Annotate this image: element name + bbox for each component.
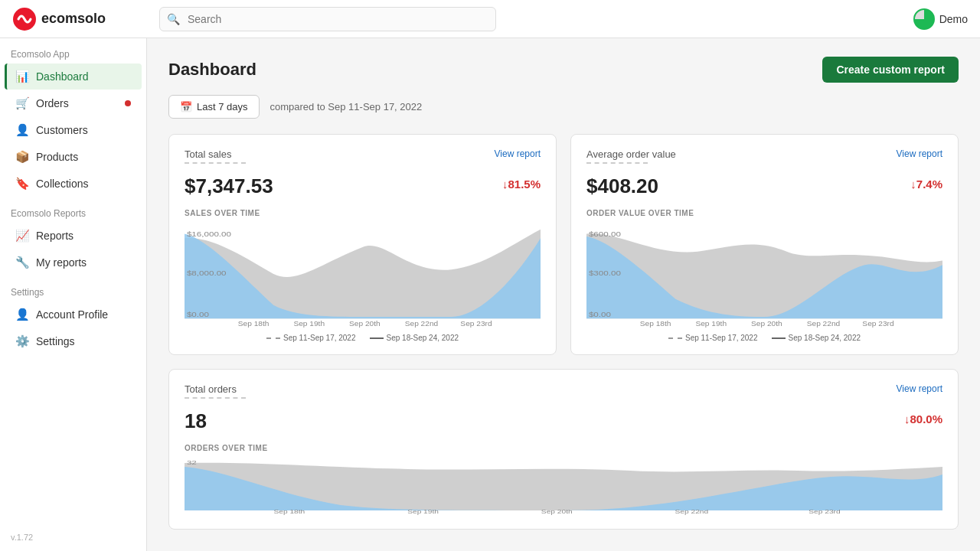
total-sales-chart-label: SALES OVER TIME	[185, 209, 541, 217]
version-label: v.1.72	[11, 533, 33, 542]
avg-legend2-label: Sep 18-Sep 24, 2022	[789, 334, 861, 342]
sidebar-section-settings-label: Settings	[0, 276, 146, 301]
svg-text:$16,000.00: $16,000.00	[187, 230, 231, 238]
search-input[interactable]	[159, 7, 496, 31]
total-sales-value: $7,347.53	[185, 174, 273, 198]
total-sales-legend: Sep 11-Sep 17, 2022 Sep 18-Sep 24, 2022	[185, 334, 541, 342]
total-orders-chart: 32 Sep 18th Sep 19th Sep 20th Sep 22nd S…	[185, 455, 942, 517]
total-sales-title: Total sales	[185, 148, 246, 160]
sidebar-item-collections[interactable]: 🔖 Collections	[5, 171, 142, 197]
sidebar-item-account-profile[interactable]: 👤 Account Profile	[5, 302, 142, 328]
orders-icon: 🛒	[15, 96, 29, 110]
svg-text:Sep 23rd: Sep 23rd	[862, 321, 893, 328]
account-icon: 👤	[15, 308, 29, 321]
svg-text:Sep 18th: Sep 18th	[640, 321, 671, 328]
svg-text:$8,000.00: $8,000.00	[187, 269, 227, 277]
compared-text: compared to Sep 11-Sep 17, 2022	[270, 101, 423, 112]
sidebar-item-reports[interactable]: 📈 Reports	[5, 223, 142, 249]
customers-icon: 👤	[15, 123, 29, 137]
total-sales-change: ↓81.5%	[502, 178, 541, 191]
svg-text:Sep 20th: Sep 20th	[349, 321, 381, 328]
total-orders-view-report[interactable]: View report	[897, 383, 942, 394]
topbar: ecomsolo 🔍 Demo	[0, 0, 980, 38]
search-bar[interactable]: 🔍	[159, 7, 496, 31]
logo-icon	[12, 7, 37, 31]
avg-order-legend: Sep 11-Sep 17, 2022 Sep 18-Sep 24, 2022	[586, 334, 942, 342]
avg-order-value: $408.20	[586, 174, 658, 198]
sidebar-label-customers: Customers	[36, 124, 88, 136]
legend-solid-icon2	[772, 337, 786, 339]
svg-text:$0.00: $0.00	[187, 310, 209, 318]
metric-cards-row: Total sales View report $7,347.53 ↓81.5%…	[168, 134, 959, 355]
sidebar-label-my-reports: My reports	[36, 256, 87, 269]
sidebar-label-collections: Collections	[36, 178, 88, 190]
svg-text:Sep 19th: Sep 19th	[407, 509, 439, 515]
sidebar-item-orders[interactable]: 🛒 Orders	[5, 90, 142, 116]
svg-text:$0.00: $0.00	[589, 310, 611, 318]
main-content: Dashboard Create custom report 📅 Last 7 …	[147, 38, 980, 551]
sidebar-label-reports: Reports	[36, 230, 74, 242]
svg-text:Sep 22nd: Sep 22nd	[405, 321, 439, 328]
total-orders-title: Total orders	[185, 383, 246, 395]
sidebar-label-account-profile: Account Profile	[36, 308, 108, 321]
page-header: Dashboard Create custom report	[168, 57, 959, 83]
user-menu[interactable]: Demo	[913, 8, 968, 30]
legend-dashed-icon	[266, 337, 280, 339]
sidebar-section-app: Ecomsolo App 📊 Dashboard 🛒 Orders 👤 Cust…	[0, 38, 146, 197]
sidebar-label-settings: Settings	[36, 335, 75, 347]
avg-order-title: Average order value	[586, 148, 676, 160]
page-title: Dashboard	[168, 60, 256, 80]
logo: ecomsolo	[12, 7, 150, 31]
total-orders-card: Total orders View report 18 ↓80.0% ORDER…	[168, 369, 959, 530]
topbar-right: Demo	[913, 8, 968, 30]
sidebar: Ecomsolo App 📊 Dashboard 🛒 Orders 👤 Cust…	[0, 38, 147, 551]
svg-text:Sep 23rd: Sep 23rd	[460, 321, 492, 328]
total-sales-underline	[185, 162, 246, 164]
total-orders-value: 18	[185, 409, 207, 433]
sidebar-item-my-reports[interactable]: 🔧 My reports	[5, 249, 142, 276]
svg-text:Sep 18th: Sep 18th	[238, 321, 270, 328]
avg-order-view-report[interactable]: View report	[897, 148, 942, 159]
sidebar-footer: v.1.72	[0, 523, 146, 551]
avg-legend1-label: Sep 11-Sep 17, 2022	[685, 334, 758, 342]
reports-icon: 📈	[15, 229, 29, 243]
svg-text:Sep 23rd: Sep 23rd	[808, 509, 840, 515]
svg-text:Sep 20th: Sep 20th	[541, 509, 573, 515]
svg-text:Sep 22nd: Sep 22nd	[675, 509, 709, 515]
avg-order-chart: $600.00 $300.00 $0.00 Sep 18th Sep 19th …	[586, 220, 942, 328]
sidebar-item-settings[interactable]: ⚙️ Settings	[5, 328, 142, 354]
avg-order-header: Average order value View report	[586, 148, 942, 164]
total-sales-view-report[interactable]: View report	[495, 148, 541, 159]
total-orders-chart-label: ORDERS OVER TIME	[185, 444, 942, 452]
svg-text:Sep 19th: Sep 19th	[293, 321, 325, 328]
app-body: Ecomsolo App 📊 Dashboard 🛒 Orders 👤 Cust…	[0, 38, 980, 551]
sidebar-item-dashboard[interactable]: 📊 Dashboard	[5, 64, 142, 90]
logo-text: ecomsolo	[41, 11, 106, 27]
total-sales-card: Total sales View report $7,347.53 ↓81.5%…	[168, 134, 557, 355]
date-filter-row: 📅 Last 7 days compared to Sep 11-Sep 17,…	[168, 95, 959, 119]
total-sales-chart: $16,000.00 $8,000.00 $0.00 Sep 18th Sep …	[185, 220, 541, 328]
create-custom-report-button[interactable]: Create custom report	[822, 57, 959, 83]
sidebar-label-orders: Orders	[36, 97, 69, 109]
total-orders-change: ↓80.0%	[904, 412, 942, 425]
svg-text:$300.00: $300.00	[589, 269, 621, 277]
products-icon: 📦	[15, 150, 29, 164]
total-orders-underline	[185, 397, 246, 399]
date-range-button[interactable]: 📅 Last 7 days	[168, 95, 260, 119]
legend2-label: Sep 18-Sep 24, 2022	[387, 334, 459, 342]
search-icon: 🔍	[167, 13, 180, 25]
svg-text:Sep 19th: Sep 19th	[695, 321, 727, 328]
settings-icon: ⚙️	[15, 334, 29, 348]
sidebar-section-reports: Ecomsolo Reports 📈 Reports 🔧 My reports	[0, 197, 146, 276]
sidebar-item-products[interactable]: 📦 Products	[5, 144, 142, 170]
sidebar-label-products: Products	[36, 151, 78, 163]
svg-text:32: 32	[187, 459, 197, 466]
sidebar-item-customers[interactable]: 👤 Customers	[5, 117, 142, 143]
sidebar-section-reports-label: Ecomsolo Reports	[0, 197, 146, 222]
my-reports-icon: 🔧	[15, 256, 29, 269]
legend-solid-icon	[370, 337, 384, 339]
avg-order-underline	[586, 162, 648, 164]
user-avatar	[913, 8, 935, 30]
sidebar-section-settings: Settings 👤 Account Profile ⚙️ Settings	[0, 276, 146, 355]
svg-text:Sep 20th: Sep 20th	[751, 321, 782, 328]
